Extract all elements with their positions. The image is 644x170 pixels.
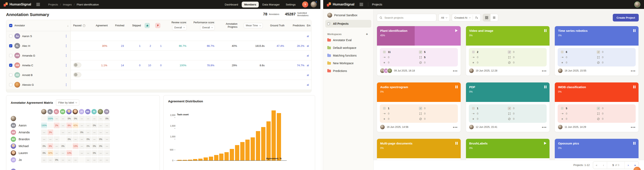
matrix-cell[interactable]: 100% — [41, 122, 47, 128]
email-link[interactable]: al — [307, 35, 311, 38]
project-card[interactable]: Audio spectrogram0%1✓0+✦00★0016 Jun 2025… — [377, 82, 461, 132]
histogram-bar[interactable] — [183, 160, 187, 160]
matrix-cell[interactable]: 0% — [85, 136, 91, 142]
paused-toggle[interactable] — [73, 72, 81, 77]
mean-time-dropdown[interactable]: Mean Time — [244, 23, 262, 28]
matrix-cell[interactable]: — — [41, 136, 47, 142]
histogram-bar[interactable] — [193, 159, 197, 160]
user-avatar[interactable] — [311, 2, 317, 8]
matrix-cell[interactable]: — — [60, 130, 66, 135]
pause-icon[interactable] — [633, 29, 636, 32]
table-row[interactable]: Alessio G⋮al — [6, 80, 311, 90]
matrix-cell[interactable]: 0% — [104, 116, 110, 121]
matrix-cell[interactable] — [54, 130, 60, 135]
menu-icon[interactable] — [358, 2, 364, 7]
matrix-cell[interactable]: 42% — [72, 122, 78, 128]
matrix-cell[interactable]: — — [79, 143, 85, 149]
matrix-cell[interactable]: 0% — [54, 157, 60, 163]
matrix-cell[interactable]: 0% — [92, 143, 97, 149]
next-page-button[interactable]: › — [625, 162, 632, 169]
performance-score-filter[interactable]: Overall — [200, 25, 215, 30]
histogram-bar[interactable] — [272, 110, 276, 160]
sidebar-item-personal-sandbox[interactable]: Personal Sandbox — [325, 11, 371, 19]
sidebar-item-all-projects[interactable]: All Projects — [325, 20, 371, 28]
matrix-cell[interactable]: — — [41, 157, 47, 163]
matrix-cell[interactable]: — — [104, 130, 110, 135]
nav-link-members[interactable]: Members — [242, 2, 258, 8]
histogram-bar[interactable] — [178, 160, 182, 160]
histogram-bar[interactable] — [188, 160, 192, 160]
table-row[interactable]: AaAaron S⋮al — [6, 31, 311, 41]
matrix-cell[interactable]: — — [79, 150, 85, 156]
histogram-bar[interactable] — [240, 142, 244, 160]
matrix-cell[interactable]: — — [79, 116, 85, 121]
matrix-cell[interactable]: — — [41, 130, 47, 135]
matrix-cell[interactable]: 0% — [41, 143, 47, 149]
breadcrumb-item[interactable]: Projects — [48, 3, 58, 6]
search-input[interactable] — [384, 16, 434, 20]
matrix-cell[interactable]: — — [92, 157, 97, 163]
row-checkbox[interactable] — [9, 34, 12, 38]
review-score-filter[interactable]: Overall — [172, 25, 187, 30]
matrix-cell[interactable]: — — [98, 122, 104, 128]
project-menu-icon[interactable]: ●●● — [542, 70, 547, 72]
paused-toggle[interactable] — [73, 62, 81, 68]
matrix-cell[interactable] — [72, 150, 78, 156]
matrix-cell[interactable]: — — [92, 116, 97, 121]
row-menu-icon[interactable]: ⋮ — [65, 83, 70, 86]
matrix-cell[interactable]: — — [85, 122, 91, 128]
select-all-checkbox[interactable] — [9, 24, 12, 27]
project-menu-icon[interactable]: ●●● — [631, 70, 636, 72]
sidebar-item-new-workspace[interactable]: New Workspace — [325, 59, 371, 67]
breadcrumb-item[interactable]: Images — [63, 3, 72, 6]
email-link[interactable]: al — [307, 64, 311, 67]
matrix-cell[interactable]: — — [104, 136, 110, 142]
matrix-cell[interactable] — [60, 136, 66, 142]
brand[interactable]: HumanSignal — [4, 2, 31, 6]
matrix-cell[interactable]: — — [92, 136, 97, 142]
table-row[interactable]: AMAmanda G⋮al — [6, 51, 311, 60]
previous-page-button[interactable]: ‹ — [600, 162, 607, 169]
matrix-cell[interactable]: — — [48, 157, 53, 163]
matrix-cell[interactable]: — — [54, 116, 60, 121]
filter-all-dropdown[interactable]: All — [438, 14, 450, 22]
histogram-bar[interactable] — [219, 154, 224, 160]
matrix-cell[interactable]: — — [60, 122, 66, 128]
matrix-cell[interactable]: 0% — [79, 130, 85, 135]
email-link[interactable]: al — [307, 44, 311, 48]
matrix-cell[interactable]: — — [72, 130, 78, 135]
email-link[interactable]: al — [307, 54, 311, 57]
play-icon[interactable] — [544, 142, 546, 145]
add-workspace-button[interactable]: + — [364, 32, 369, 36]
table-row[interactable]: ✓ALAlec H⋮30%2312166.7%66.7%40%1815.8s47… — [6, 41, 311, 51]
matrix-cell[interactable]: — — [85, 150, 91, 156]
brand[interactable]: HumanSignal — [327, 2, 354, 6]
sidebar-item-annotator-eval[interactable]: Annotator Eval — [325, 36, 371, 44]
matrix-cell[interactable]: — — [79, 136, 85, 142]
project-card[interactable]: Time series robotics0%6✓0+✦00★0016 Jun 2… — [554, 26, 639, 76]
matrix-cell[interactable]: 0% — [66, 136, 72, 142]
histogram-bar[interactable] — [198, 159, 202, 160]
table-row[interactable]: ABArnold B⋮al — [6, 70, 311, 80]
info-icon[interactable]: ? — [83, 24, 85, 27]
histogram-bar[interactable] — [224, 152, 229, 160]
histogram-bar[interactable] — [261, 127, 266, 160]
project-menu-icon[interactable]: ●●● — [453, 126, 458, 128]
email-link[interactable]: al — [307, 83, 311, 86]
matrix-cell[interactable]: — — [54, 150, 60, 156]
matrix-cell[interactable]: — — [72, 136, 78, 142]
matrix-cell[interactable]: — — [60, 116, 66, 121]
filter-by-label-dropdown[interactable]: Filter by label — [56, 100, 79, 106]
histogram-bar[interactable] — [214, 155, 218, 160]
email-link[interactable]: al — [307, 74, 311, 76]
row-menu-icon[interactable]: ⋮ — [65, 64, 70, 67]
grid-view-button[interactable] — [483, 14, 490, 21]
row-menu-icon[interactable]: ⋮ — [65, 73, 70, 77]
breadcrumb-item[interactable]: Plant identification — [77, 3, 99, 6]
pause-icon[interactable] — [456, 86, 458, 88]
matrix-cell[interactable]: — — [60, 157, 66, 163]
matrix-cell[interactable] — [66, 143, 72, 149]
histogram-bar[interactable] — [235, 145, 239, 160]
matrix-cell[interactable]: — — [104, 157, 110, 163]
list-view-button[interactable] — [490, 14, 498, 21]
